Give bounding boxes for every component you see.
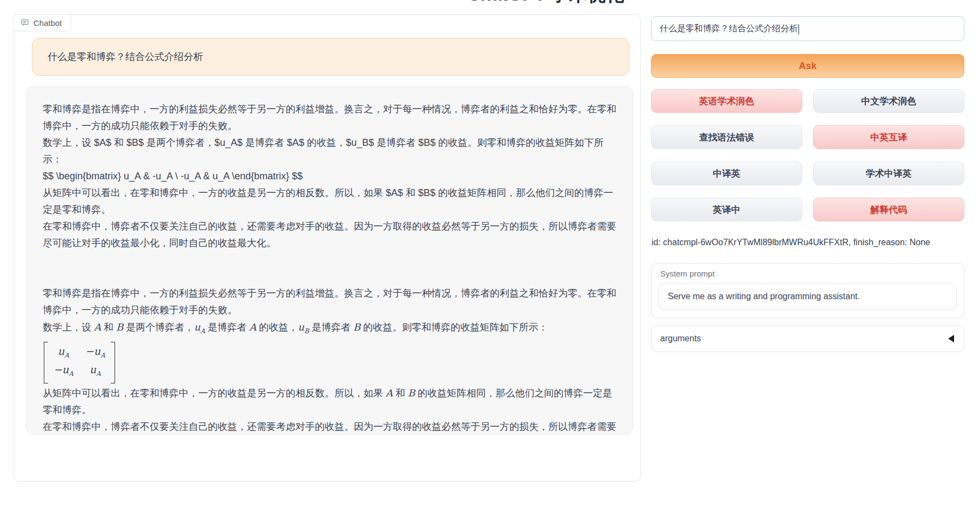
question-input[interactable]: 什么是零和博弈？结合公式介绍分析 bbox=[651, 16, 964, 41]
bot-raw-paragraph: 数学上，设 $A$ 和 $B$ 是两个博弈者，$u_A$ 是博弈者 $A$ 的收… bbox=[43, 134, 616, 168]
matrix-cell: uA bbox=[85, 362, 105, 381]
bot-raw-latex-line: $$ \begin{bmatrix} u_A & -u_A \ -u_A & u… bbox=[43, 168, 616, 185]
action-button-en-to-zh[interactable]: 英译中 bbox=[651, 198, 802, 221]
action-button-english-academic-polish[interactable]: 英语学术润色 bbox=[651, 89, 802, 113]
bot-raw-paragraph: 从矩阵中可以看出，在零和博弈中，一方的收益是另一方的相反数。所以，如果 $A$ … bbox=[43, 185, 616, 218]
matrix-cell: −uA bbox=[53, 362, 73, 381]
arguments-accordion-header[interactable]: arguments bbox=[651, 325, 964, 352]
system-prompt-value: Serve me as a writing and programming as… bbox=[668, 292, 860, 301]
matrix-cell: −uA bbox=[85, 344, 105, 363]
chatbot-label: Chatbot bbox=[33, 18, 62, 28]
bot-rendered-paragraph-math: 数学上，设 A 和 B 是两个博弈者，uA 是博弈者 A 的收益，uB 是博弈者… bbox=[43, 319, 616, 340]
question-input-value: 什么是零和博弈？结合公式介绍分析 bbox=[660, 23, 798, 35]
page-title-text: ChatGPT 学术优化 bbox=[462, 0, 629, 4]
chatbot-label-tab: Chatbot bbox=[14, 14, 71, 31]
collapsed-triangle-icon bbox=[948, 335, 954, 342]
matrix-cell: uA bbox=[53, 344, 73, 363]
chatbot-panel: Chatbot 什么是零和博弈？结合公式介绍分析 零和博弈是指在博弈中，一方的利… bbox=[14, 14, 641, 482]
text-caret bbox=[798, 24, 799, 35]
action-buttons-grid: 英语学术润色中文学术润色查找语法错误中英互译中译英学术中译英英译中解释代码 bbox=[651, 89, 964, 221]
ask-button[interactable]: Ask bbox=[651, 54, 964, 78]
matrix-left-bracket bbox=[44, 342, 48, 384]
action-button-chinese-academic-polish[interactable]: 中文学术润色 bbox=[813, 89, 964, 113]
bot-rendered-paragraph: 在零和博弈中，博弈者不仅要关注自己的收益，还需要考虑对手的收益。因为一方取得的收… bbox=[43, 419, 616, 435]
response-meta: id: chatcmpl-6wOo7KrYTwMl89lbrMWRu4UkFFX… bbox=[652, 238, 964, 247]
accordion-label: arguments bbox=[660, 334, 701, 343]
payoff-matrix: uA−uA−uAuA bbox=[44, 342, 115, 384]
action-button-academic-zh-to-en[interactable]: 学术中译英 bbox=[813, 161, 964, 185]
action-button-find-grammar-errors[interactable]: 查找语法错误 bbox=[651, 125, 802, 149]
action-button-zh-en-mutual-translate[interactable]: 中英互译 bbox=[813, 125, 964, 149]
matrix-right-bracket bbox=[111, 342, 115, 384]
bot-rendered-paragraph: 零和博弈是指在博弈中，一方的利益损失必然等于另一方的利益增益。换言之，对于每一种… bbox=[43, 285, 616, 319]
matrix-cells: uA−uA−uAuA bbox=[48, 342, 111, 384]
system-prompt-label: System prompt bbox=[660, 269, 715, 278]
bot-raw-paragraph: 零和博弈是指在博弈中，一方的利益损失必然等于另一方的利益增益。换言之，对于每一种… bbox=[43, 101, 616, 134]
user-message-bubble: 什么是零和博弈？结合公式介绍分析 bbox=[32, 38, 629, 76]
paragraph-gap bbox=[43, 252, 616, 285]
system-prompt-input[interactable]: Serve me as a writing and programming as… bbox=[659, 283, 957, 310]
system-prompt-card: System prompt Serve me as a writing and … bbox=[651, 263, 964, 318]
page-title-clipped: ChatGPT 学术优化 bbox=[462, 0, 629, 4]
bot-raw-paragraph: 在零和博弈中，博弈者不仅要关注自己的收益，还需要考虑对手的收益。因为一方取得的收… bbox=[43, 218, 616, 252]
speech-bubble-icon bbox=[21, 18, 29, 27]
bot-message-bubble: 零和博弈是指在博弈中，一方的利益损失必然等于另一方的利益增益。换言之，对于每一种… bbox=[26, 86, 633, 435]
user-message-text: 什么是零和博弈？结合公式介绍分析 bbox=[48, 50, 203, 63]
action-button-explain-code[interactable]: 解释代码 bbox=[813, 198, 964, 221]
action-button-zh-to-en[interactable]: 中译英 bbox=[651, 161, 802, 185]
bot-rendered-paragraph-math: 从矩阵中可以看出，在零和博弈中，一方的收益是另一方的相反数。所以，如果 A 和 … bbox=[43, 385, 616, 419]
